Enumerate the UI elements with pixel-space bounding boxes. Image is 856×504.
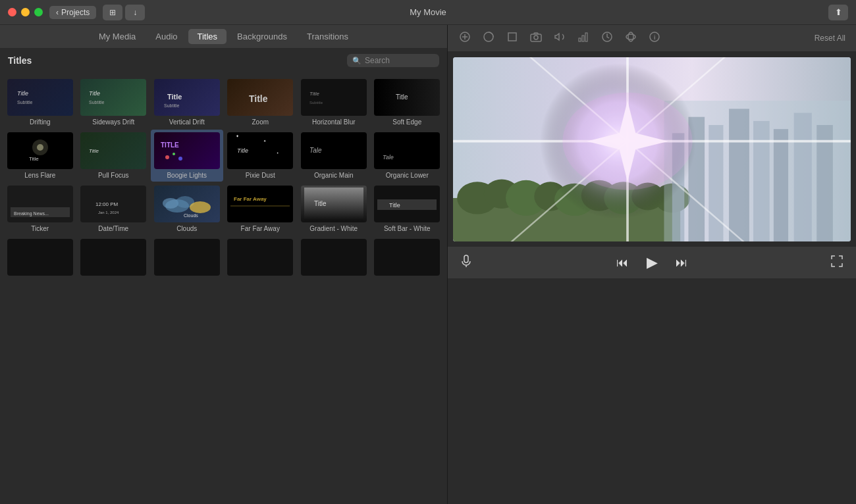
- projects-button[interactable]: ‹ Projects: [49, 6, 96, 19]
- title-thumb-empty2: [80, 239, 146, 276]
- svg-rect-67: [729, 109, 749, 241]
- title-item-soft-bar-white[interactable]: Title Soft Bar - White: [371, 183, 444, 235]
- svg-point-78: [562, 93, 692, 190]
- title-thumb-empty4: [227, 239, 293, 276]
- organic-main-preview: Tale: [304, 134, 363, 167]
- title-item-empty5[interactable]: [298, 236, 370, 281]
- title-thumb-organic-lower: Tale: [374, 132, 440, 169]
- titles-header: Titles 🔍: [0, 49, 447, 72]
- datetime-preview: 12:00 PM Jan 1, 2024: [84, 188, 143, 220]
- ticker-preview: Breaking News...: [11, 188, 70, 220]
- svg-rect-46: [585, 33, 587, 41]
- title-item-soft-edge[interactable]: Title Soft Edge: [371, 76, 444, 128]
- title-item-boogie[interactable]: TITLE Boogie Lights: [151, 130, 223, 182]
- nav-down-button[interactable]: ↓: [125, 5, 145, 20]
- window-title: My Movie: [410, 7, 446, 17]
- svg-text:Breaking News...: Breaking News...: [14, 211, 49, 216]
- info-icon[interactable]: i: [648, 30, 661, 46]
- title-name-vertical: Vertical Drift: [169, 118, 205, 126]
- title-item-organic-lower[interactable]: Tale Organic Lower: [371, 130, 444, 182]
- svg-text:Title: Title: [314, 200, 327, 207]
- title-thumb-empty1: [7, 239, 73, 276]
- svg-point-49: [628, 32, 633, 41]
- svg-text:Title: Title: [396, 93, 408, 101]
- soft-bar-preview: Title: [377, 188, 437, 220]
- crop-icon[interactable]: [506, 30, 519, 46]
- title-item-hblur[interactable]: Title Subtitle Horizontal Blur: [298, 76, 370, 128]
- svg-text:✦: ✦: [236, 134, 239, 138]
- title-name-organic-lower: Organic Lower: [386, 172, 429, 179]
- title-item-pixie[interactable]: Title ✦ ✦ ✦ Pixie Dust: [225, 130, 297, 182]
- tab-transitions[interactable]: Transitions: [298, 29, 358, 44]
- microphone-button[interactable]: [461, 255, 471, 271]
- maximize-button[interactable]: [34, 8, 43, 16]
- title-thumb-ticker: Breaking News...: [7, 186, 73, 222]
- title-item-empty6[interactable]: [371, 236, 444, 281]
- camera-icon[interactable]: [529, 30, 543, 46]
- close-button[interactable]: [8, 8, 16, 16]
- skip-to-start-button[interactable]: ⏮: [616, 256, 628, 270]
- title-name-pull: Pull Focus: [98, 172, 129, 179]
- pull-preview: Title: [84, 134, 143, 167]
- tab-backgrounds[interactable]: Backgrounds: [228, 29, 296, 44]
- play-button[interactable]: ▶: [641, 252, 662, 273]
- tab-titles[interactable]: Titles: [188, 29, 227, 44]
- title-item-far-far-away[interactable]: Far Far Away Far Far Away: [225, 183, 297, 235]
- title-thumb-drifting: Title Subtitle: [7, 79, 73, 116]
- svg-text:Jan 1, 2024: Jan 1, 2024: [98, 211, 119, 214]
- search-input[interactable]: [365, 56, 434, 65]
- title-item-ticker[interactable]: Breaking News... Ticker: [4, 183, 76, 235]
- title-item-sideways-drift[interactable]: Title Subtitle Sideways Drift: [78, 76, 150, 128]
- svg-text:Title: Title: [29, 156, 39, 162]
- title-item-empty3[interactable]: [151, 236, 223, 281]
- color-icon[interactable]: [482, 30, 495, 46]
- title-item-pull-focus[interactable]: Title Pull Focus: [78, 130, 150, 182]
- toolbar-icons: i: [458, 30, 661, 46]
- svg-text:Subtitle: Subtitle: [309, 101, 323, 105]
- chevron-left-icon: ‹: [56, 8, 59, 17]
- speed-icon[interactable]: [601, 30, 614, 46]
- title-item-drifting[interactable]: Title Subtitle Drifting: [4, 76, 76, 128]
- search-icon: 🔍: [352, 57, 361, 65]
- titles-section-label: Titles: [8, 55, 32, 66]
- title-item-organic-main[interactable]: Tale Organic Main: [298, 130, 370, 182]
- title-name-zoom: Zoom: [252, 118, 269, 126]
- skip-to-end-button[interactable]: ⏭: [676, 256, 687, 270]
- title-thumb-boogie: TITLE: [154, 132, 220, 169]
- title-item-lens-flare[interactable]: Title Lens Flare: [4, 130, 76, 182]
- svg-rect-45: [582, 36, 584, 41]
- title-item-empty2[interactable]: [78, 236, 150, 281]
- title-item-clouds[interactable]: Clouds Clouds: [151, 183, 223, 235]
- grid-view-button[interactable]: ⊞: [103, 5, 122, 20]
- fullscreen-button[interactable]: [831, 255, 843, 270]
- tab-audio[interactable]: Audio: [146, 29, 186, 44]
- title-item-zoom[interactable]: Title Zoom: [225, 76, 297, 128]
- drifting-preview: Title Subtitle: [11, 81, 70, 114]
- tab-my-media[interactable]: My Media: [90, 29, 145, 44]
- share-button[interactable]: ⬆: [828, 5, 848, 20]
- enhance-icon[interactable]: [458, 30, 471, 46]
- right-panel: i Reset All: [448, 25, 856, 504]
- title-bar-left: ‹ Projects ⊞ ↓: [8, 5, 145, 20]
- title-item-datetime[interactable]: 12:00 PM Jan 1, 2024 Date/Time: [78, 183, 150, 235]
- effects-icon[interactable]: [624, 30, 637, 46]
- svg-rect-71: [816, 125, 833, 241]
- reset-all-button[interactable]: Reset All: [815, 34, 845, 43]
- svg-text:12:00 PM: 12:00 PM: [95, 201, 119, 207]
- minimize-button[interactable]: [21, 8, 30, 16]
- traffic-lights: [8, 8, 43, 16]
- title-bar-right: ⬆: [828, 5, 848, 20]
- svg-text:Tale: Tale: [309, 147, 322, 154]
- title-item-gradient-white[interactable]: Title Gradient - White: [298, 183, 370, 235]
- organic-lower-preview: Tale: [377, 134, 437, 167]
- pixie-preview: Title ✦ ✦ ✦: [230, 134, 290, 167]
- title-item-empty4[interactable]: [225, 236, 297, 281]
- title-item-vertical-drift[interactable]: Title Subtitle Vertical Drift: [151, 76, 223, 128]
- title-item-empty1[interactable]: [4, 236, 76, 281]
- svg-point-48: [626, 34, 635, 39]
- svg-text:Title: Title: [309, 91, 320, 97]
- title-thumb-hblur: Title Subtitle: [301, 79, 367, 116]
- audio-volume-icon[interactable]: [553, 30, 566, 46]
- main-layout: My Media Audio Titles Backgrounds Transi…: [0, 25, 856, 504]
- stats-icon[interactable]: [577, 30, 590, 46]
